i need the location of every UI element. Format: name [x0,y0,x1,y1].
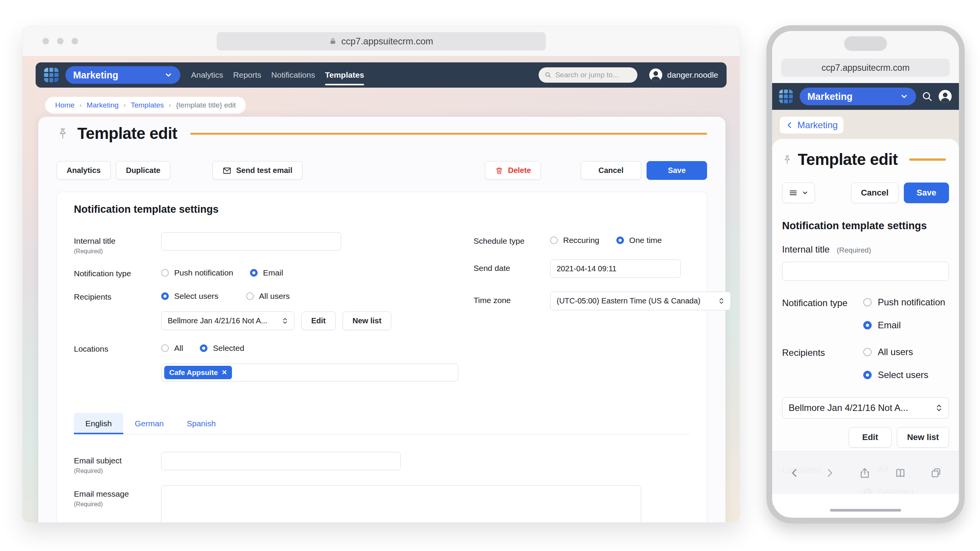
envelope-icon [222,166,232,175]
time-zone-select[interactable]: (UTC-05:00) Eastern Time (US & Canada) [550,292,731,310]
page-title: Template edit [798,150,898,169]
required-note: (Required) [837,246,871,254]
breadcrumb-home[interactable]: Home [55,101,75,109]
radio-locations-selected[interactable] [200,344,207,352]
locations-chip-input[interactable]: Cafe Appsuite ✕ [161,364,458,381]
chevron-down-icon [900,92,908,101]
desktop-browser-window: ccp7.appsuitecrm.com Marketing Analytics… [23,26,740,522]
radio-select-users[interactable] [863,371,872,379]
back-link-marketing[interactable]: Marketing [780,117,843,134]
app-nav-bar: Marketing Analytics Reports Notification… [36,62,727,88]
option-select-users[interactable]: Select users [161,292,219,301]
bookmarks-icon[interactable] [894,467,906,479]
new-list-button[interactable]: New list [897,427,949,448]
option-locations-selected[interactable]: Selected [200,344,244,353]
template-edit-card: Template edit Analytics Duplicate Send t… [38,117,725,522]
tab-german[interactable]: German [123,413,175,434]
actions-menu-button[interactable] [782,183,815,203]
recipients-options: Select users All users [161,288,290,301]
edit-list-button[interactable]: Edit [849,427,892,448]
option-email[interactable]: Email [863,320,945,331]
window-control-minimize[interactable] [57,38,64,44]
radio-one-time[interactable] [616,236,624,244]
app-grid-icon[interactable] [44,68,59,82]
option-all-users[interactable]: All users [246,292,290,301]
save-button[interactable]: Save [647,161,707,180]
chip-remove-button[interactable]: ✕ [222,368,227,377]
breadcrumb-separator: › [169,101,171,109]
option-all-users[interactable]: All users [863,347,928,357]
send-test-email-button[interactable]: Send test email [212,161,302,180]
global-search[interactable] [539,67,637,83]
radio-all-users[interactable] [246,292,254,300]
tab-english[interactable]: English [74,413,123,434]
nav-link-analytics[interactable]: Analytics [191,70,223,80]
breadcrumb-marketing[interactable]: Marketing [87,101,118,109]
page-content: Marketing Analytics Reports Notification… [23,56,740,522]
recipients-options: All users Select users [863,347,928,380]
chevron-down-icon [802,189,808,196]
user-avatar-icon[interactable] [938,90,952,103]
page-title: Template edit [77,124,177,143]
option-select-users[interactable]: Select users [863,370,928,380]
share-icon[interactable] [859,467,871,479]
option-locations-all[interactable]: All [161,344,183,353]
window-control-close[interactable] [42,38,49,44]
radio-push-notification[interactable] [161,269,169,277]
nav-link-templates[interactable]: Templates [325,70,364,80]
recipient-list-select[interactable]: Bellmore Jan 4/21/16 Not A... [161,311,294,330]
save-button[interactable]: Save [904,183,949,203]
radio-all-users[interactable] [863,348,872,356]
window-control-zoom[interactable] [72,38,78,44]
new-list-button[interactable]: New list [343,311,392,330]
nav-link-notifications[interactable]: Notifications [271,70,315,80]
select-chevrons-icon [718,297,725,305]
radio-locations-all[interactable] [161,344,169,352]
nav-links: Analytics Reports Notifications Template… [191,70,364,80]
internal-title-label: Internal title (Required) [74,232,161,255]
settings-heading: Notification template settings [74,204,690,215]
user-menu[interactable]: danger.noodle [649,68,718,82]
mobile-app-switcher-dropdown[interactable]: Marketing [800,88,916,105]
analytics-button[interactable]: Analytics [57,161,111,180]
tabs-icon[interactable] [930,467,942,479]
radio-select-users[interactable] [161,292,169,300]
cancel-button[interactable]: Cancel [581,161,641,180]
breadcrumb-separator: › [80,101,82,109]
forward-icon[interactable] [824,467,835,479]
radio-push-notification[interactable] [863,298,872,306]
recipient-list-select[interactable]: Bellmore Jan 4/21/16 Not A... [782,397,949,419]
send-date-input[interactable] [550,259,681,278]
option-push-notification[interactable]: Push notification [863,297,945,308]
address-bar[interactable]: ccp7.appsuitecrm.com [217,32,546,51]
option-email[interactable]: Email [250,268,283,277]
duplicate-button[interactable]: Duplicate [116,161,170,180]
search-input[interactable] [555,71,631,79]
email-subject-input[interactable] [161,452,401,470]
username: danger.noodle [667,70,718,80]
internal-title-input[interactable] [782,262,949,281]
required-note: (Required) [74,501,161,508]
email-message-textarea[interactable] [161,485,641,522]
edit-list-button[interactable]: Edit [301,311,336,330]
required-note: (Required) [74,248,161,255]
notification-type-label: Notification type [74,265,161,278]
cancel-button[interactable]: Cancel [851,183,898,203]
home-indicator-area [772,494,959,518]
delete-button[interactable]: Delete [485,161,541,180]
internal-title-input[interactable] [161,232,341,251]
radio-email[interactable] [250,269,258,277]
radio-email[interactable] [863,321,872,329]
app-switcher-dropdown[interactable]: Marketing [65,66,180,84]
app-grid-icon[interactable] [779,90,793,103]
option-one-time[interactable]: One time [616,236,662,245]
tab-spanish[interactable]: Spanish [175,413,227,434]
back-icon[interactable] [789,467,800,479]
search-icon[interactable] [921,91,933,102]
radio-recurring[interactable] [550,236,558,244]
breadcrumb-templates[interactable]: Templates [131,101,164,109]
nav-link-reports[interactable]: Reports [233,70,261,80]
option-push-notification[interactable]: Push notification [161,268,233,277]
option-recurring[interactable]: Reccuring [550,236,599,245]
mobile-address-bar[interactable]: ccp7.appsuitecrm.com [781,59,950,77]
